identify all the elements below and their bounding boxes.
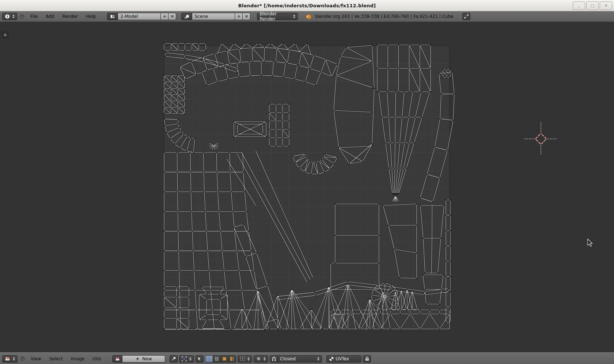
uv-canvas[interactable] [0, 22, 614, 352]
vertex-mode-icon [206, 356, 212, 361]
window-controls: _ □ ✕ [573, 1, 614, 10]
region-expand-button[interactable]: + [1, 31, 9, 39]
screen-layout-group: 2-Model + ✕ [107, 13, 176, 20]
screen-layout-name-field[interactable]: 2-Model [118, 13, 161, 20]
uv-editor-area[interactable]: + [0, 22, 614, 352]
screen-layout-browse-button[interactable] [107, 13, 118, 20]
delete-layout-button[interactable]: ✕ [168, 13, 176, 20]
scene-icon [184, 14, 189, 19]
info-editor-icon [5, 14, 10, 19]
menu-uvs[interactable]: UVs [89, 356, 104, 361]
lock-image-button[interactable] [363, 355, 371, 363]
updown-arrows-icon [293, 15, 295, 18]
updown-arrows-icon [264, 357, 266, 361]
editor-type-selector-image[interactable] [2, 355, 18, 363]
face-mode-icon [222, 356, 227, 361]
uv-selection-mode-group [205, 355, 236, 363]
menu-help[interactable]: Help [83, 14, 99, 19]
pivot-point-dropdown[interactable] [179, 355, 194, 363]
mouse-cursor [588, 239, 592, 246]
uv-map-field[interactable]: UVTex [326, 355, 361, 363]
pin-icon [171, 356, 176, 361]
close-button[interactable]: ✕ [600, 1, 612, 10]
updown-arrows-icon [13, 357, 15, 361]
render-engine-value: Blender Render [259, 11, 291, 22]
window-title: Blender* [/home/indersts/Downloads/fx112… [0, 3, 614, 8]
snap-toggle-button[interactable] [270, 355, 278, 363]
new-image-button[interactable]: + New [122, 355, 165, 363]
scene-browse-button[interactable] [181, 13, 192, 20]
window-titlebar[interactable]: Blender* [/home/indersts/Downloads/fx112… [0, 0, 614, 11]
new-image-label: New [142, 356, 152, 361]
delete-scene-button[interactable]: ✕ [242, 13, 250, 20]
updown-arrows-icon [12, 15, 15, 18]
maximize-area-button[interactable] [462, 13, 470, 20]
blender-logo-icon [305, 14, 311, 20]
uv-editor-header: View Select Image UVs + New [0, 352, 614, 364]
updown-arrows-icon [189, 357, 192, 361]
select-mode-face-button[interactable] [220, 355, 228, 363]
snap-group: Closest [270, 355, 322, 363]
collapse-menus-icon[interactable] [20, 14, 24, 19]
pivot-center-icon [182, 356, 187, 361]
scene-name-field[interactable]: Scene [192, 13, 235, 20]
menu-file[interactable]: File [27, 14, 41, 19]
editor-type-selector-info[interactable] [2, 13, 17, 20]
add-scene-button[interactable]: + [235, 13, 243, 20]
proportional-edit-icon [256, 356, 261, 361]
select-mode-vertex-button[interactable] [205, 355, 213, 363]
add-layout-button[interactable]: + [160, 13, 168, 20]
collapse-menus-icon[interactable] [20, 356, 25, 361]
plus-icon: + [136, 356, 139, 361]
render-engine-dropdown[interactable]: Blender Render [257, 13, 298, 20]
uv-2d-cursor [524, 122, 557, 155]
menu-view[interactable]: View [27, 356, 44, 361]
proportional-edit-dropdown[interactable] [254, 355, 268, 363]
scene-group: Scene + ✕ [181, 13, 250, 20]
menu-select[interactable]: Select [46, 356, 66, 361]
minimize-button[interactable]: _ [573, 1, 585, 10]
uv-sync-selection-toggle[interactable] [196, 355, 204, 363]
lock-icon [365, 356, 369, 361]
image-datablock-group: + New [112, 355, 165, 363]
menu-add[interactable]: Add [42, 14, 57, 19]
sticky-selection-dropdown[interactable] [238, 355, 252, 363]
updown-arrows-icon [317, 357, 319, 361]
island-mode-icon [230, 356, 235, 361]
menu-render[interactable]: Render [59, 14, 81, 19]
image-icon [115, 357, 120, 361]
info-header: File Add Render Help 2-Model + ✕ Scene +… [0, 11, 614, 22]
edge-mode-icon [214, 356, 219, 361]
scene-statistics: blender.org 263 | Ve:338-338 | Ed:760-76… [315, 14, 453, 19]
sticky-selection-icon [240, 356, 245, 361]
snap-mode-value: Closest [280, 356, 296, 361]
magnet-icon [272, 356, 276, 361]
uv-texture-icon [329, 356, 334, 361]
uv-map-name: UVTex [336, 356, 349, 361]
updown-arrows-icon [247, 357, 250, 361]
select-mode-island-button[interactable] [228, 355, 236, 363]
snap-mode-dropdown[interactable]: Closest [277, 355, 322, 363]
expand-arrows-icon [464, 14, 469, 19]
select-mode-edge-button[interactable] [213, 355, 221, 363]
menu-image[interactable]: Image [68, 356, 88, 361]
screen-layout-icon [110, 14, 115, 19]
maximize-button[interactable]: □ [586, 1, 599, 10]
browse-image-button[interactable] [112, 355, 122, 363]
cursor-pointer-icon [197, 356, 202, 361]
pin-image-button[interactable] [170, 355, 178, 363]
image-editor-icon [5, 356, 10, 361]
